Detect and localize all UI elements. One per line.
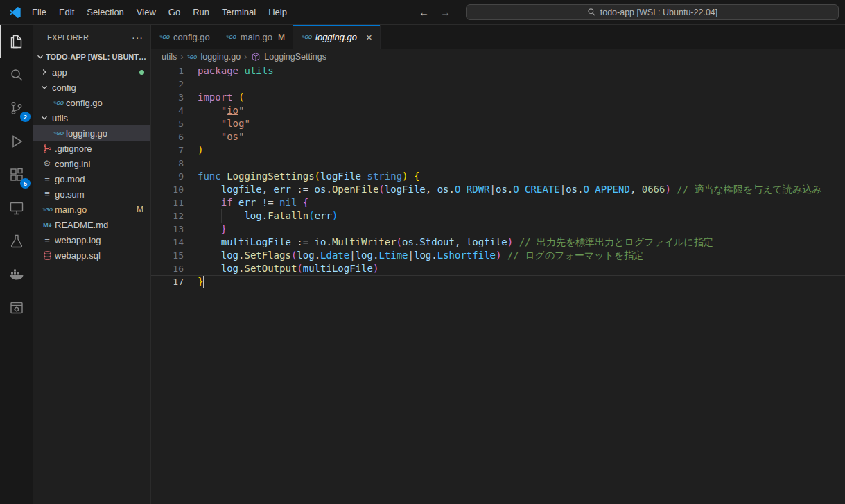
breadcrumb-item-LoggingSettings[interactable]: LoggingSettings [250,51,326,62]
code-content[interactable] [184,78,198,91]
file-go.mod[interactable]: ≡go.mod [33,171,150,186]
code-content[interactable]: "log" [184,117,250,130]
file-config.ini[interactable]: ⚙config.ini [33,156,150,171]
line-number[interactable]: 14 [151,236,184,249]
code-content[interactable] [184,157,198,170]
code-line-13[interactable]: 13 } [151,223,845,236]
code-content[interactable]: } [184,223,227,236]
line-number[interactable]: 13 [151,223,184,236]
code-content[interactable]: logfile, err := os.OpenFile(logFile, os.… [184,183,822,196]
code-content[interactable]: log.SetOutput(multiLogFile) [184,262,378,275]
code-content[interactable]: } [184,275,204,288]
code-content[interactable]: func LoggingSettings(logFile string) { [184,170,419,183]
menu-go[interactable]: Go [162,0,186,24]
menu-file[interactable]: File [26,0,53,24]
activity-source-control-icon[interactable]: 2 [0,92,33,125]
code-line-3[interactable]: 3import ( [151,91,845,104]
code-line-8[interactable]: 8 [151,157,845,170]
close-icon[interactable]: × [366,32,372,42]
file-label: webapp.log [55,235,101,245]
file-.gitignore[interactable]: .gitignore [33,141,150,156]
code-content[interactable]: "os" [184,130,244,144]
code-content[interactable]: package utils [184,64,274,78]
code-line-1[interactable]: 1package utils [151,64,845,78]
tab-main.go[interactable]: GOmain.goM [218,25,293,49]
file-README.md[interactable]: MREADME.md [33,217,150,232]
workspace-root[interactable]: TODO-APP [WSL: UBUNTU... [33,49,150,64]
code-line-9[interactable]: 9func LoggingSettings(logFile string) { [151,170,845,183]
code-editor[interactable]: 1package utils23import (4 "io"5 "log"6 "… [151,64,845,504]
code-content[interactable]: "io" [184,104,244,117]
line-number[interactable]: 16 [151,262,184,275]
activity-remote-explorer-icon[interactable] [0,191,33,225]
line-number[interactable]: 4 [151,104,184,117]
activity-explorer-icon[interactable] [0,25,33,58]
command-center-search[interactable]: todo-app [WSL: Ubuntu-22.04] [466,4,839,20]
code-line-10[interactable]: 10 logfile, err := os.OpenFile(logFile, … [151,183,845,196]
code-content[interactable]: ) [184,144,203,157]
breadcrumb-item-logging.go[interactable]: GOlogging.go [186,51,241,62]
activity-testing-icon[interactable] [0,225,33,258]
file-webapp.log[interactable]: ≡webapp.log [33,232,150,247]
code-line-16[interactable]: 16 log.SetOutput(multiLogFile) [151,262,845,275]
folder-config[interactable]: config [33,80,150,95]
file-config.go[interactable]: GOconfig.go [33,95,150,110]
menu-run[interactable]: Run [186,0,216,24]
line-number[interactable]: 6 [151,130,184,144]
activity-run-and-debug-icon[interactable] [0,125,33,158]
chevron-right-icon[interactable] [39,67,50,78]
activity-container-tools-icon[interactable] [0,291,33,324]
breadcrumb-item-utils[interactable]: utils [162,52,177,62]
line-number[interactable]: 5 [151,117,184,130]
activity-docker-icon[interactable] [0,258,33,291]
code-content[interactable]: log.Fatalln(err) [184,209,338,223]
menu-view[interactable]: View [130,0,162,24]
more-actions-icon[interactable]: ··· [132,32,143,43]
tab-config.go[interactable]: GOconfig.go [151,25,218,49]
code-content[interactable]: import ( [184,91,244,104]
line-number[interactable]: 15 [151,249,184,262]
code-line-11[interactable]: 11 if err != nil { [151,196,845,209]
code-line-2[interactable]: 2 [151,78,845,91]
ini-file-icon: ⚙ [42,158,53,169]
folder-app[interactable]: app [33,64,150,80]
line-number[interactable]: 11 [151,196,184,209]
nav-forward-icon[interactable]: → [440,6,451,18]
code-content[interactable]: multiLogFile := io.MultiWriter(os.Stdout… [184,236,713,249]
sidebar-explorer: EXPLORER ··· TODO-APP [WSL: UBUNTU... ap… [33,25,151,504]
nav-back-icon[interactable]: ← [419,6,429,18]
menu-terminal[interactable]: Terminal [216,0,262,24]
activity-search-icon[interactable] [0,58,33,92]
code-line-6[interactable]: 6 "os" [151,130,845,144]
code-content[interactable]: log.SetFlags(log.Ldate|log.Ltime|log.Lsh… [184,249,643,262]
line-number[interactable]: 17 [151,275,184,288]
chevron-down-icon[interactable] [39,82,50,93]
line-number[interactable]: 12 [151,209,184,223]
code-content[interactable]: if err != nil { [184,196,308,209]
code-line-17[interactable]: 17} [151,275,845,288]
code-line-14[interactable]: 14 multiLogFile := io.MultiWriter(os.Std… [151,236,845,249]
tab-logging.go[interactable]: GOlogging.go× [293,25,381,49]
file-logging.go[interactable]: GOlogging.go [33,125,150,141]
activity-extensions-icon[interactable]: 5 [0,158,33,191]
line-number[interactable]: 1 [151,64,184,78]
line-number[interactable]: 2 [151,78,184,91]
folder-utils[interactable]: utils [33,110,150,125]
menu-selection[interactable]: Selection [80,0,130,24]
code-line-7[interactable]: 7) [151,144,845,157]
line-number[interactable]: 9 [151,170,184,183]
menu-edit[interactable]: Edit [53,0,80,24]
file-webapp.sql[interactable]: webapp.sql [33,247,150,263]
code-line-12[interactable]: 12 log.Fatalln(err) [151,209,845,223]
line-number[interactable]: 8 [151,157,184,170]
code-line-4[interactable]: 4 "io" [151,104,845,117]
line-number[interactable]: 10 [151,183,184,196]
line-number[interactable]: 7 [151,144,184,157]
file-go.sum[interactable]: ≡go.sum [33,186,150,202]
code-line-5[interactable]: 5 "log" [151,117,845,130]
file-main.go[interactable]: GOmain.goM [33,202,150,217]
chevron-down-icon[interactable] [39,112,50,123]
line-number[interactable]: 3 [151,91,184,104]
menu-help[interactable]: Help [262,0,293,24]
code-line-15[interactable]: 15 log.SetFlags(log.Ldate|log.Ltime|log.… [151,249,845,262]
